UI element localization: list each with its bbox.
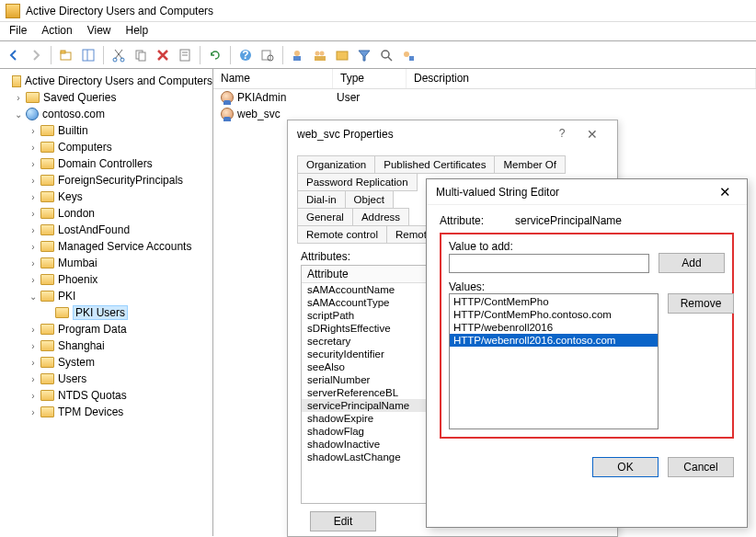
tab-dialin[interactable]: Dial-in (297, 190, 346, 209)
ad-root-icon (12, 75, 21, 87)
tree-london[interactable]: ›London (0, 205, 212, 222)
values-label: Values: (449, 280, 725, 293)
column-headers: Name Type Description (213, 69, 756, 89)
extra-icon[interactable] (398, 45, 418, 65)
new-ou-icon[interactable] (332, 45, 352, 65)
svg-point-17 (315, 51, 320, 55)
cancel-button[interactable]: Cancel (668, 457, 734, 477)
col-description[interactable]: Description (407, 69, 756, 88)
refresh-icon[interactable] (205, 45, 225, 65)
help-icon[interactable]: ? (553, 127, 571, 142)
tab-object[interactable]: Object (345, 190, 394, 209)
folder-icon (40, 224, 54, 235)
tab-published-certificates[interactable]: Published Certificates (374, 155, 495, 174)
help-icon[interactable]: ? (235, 45, 256, 65)
tree-phoenix[interactable]: ›Phoenix (0, 271, 212, 288)
tree-builtin[interactable]: ›Builtin (0, 122, 212, 139)
window-title: Active Directory Users and Computers (26, 5, 213, 17)
menu-help[interactable]: Help (126, 24, 149, 37)
tree-users[interactable]: ›Users (0, 371, 212, 387)
new-group-icon[interactable] (310, 45, 330, 65)
values-listbox[interactable]: HTTP/ContMemPho HTTP/ContMemPho.contoso.… (449, 293, 659, 429)
folder-icon (40, 142, 54, 153)
tree-tpm[interactable]: ›TPM Devices (0, 404, 212, 420)
svg-rect-16 (293, 56, 301, 61)
edit-button[interactable]: Edit (310, 511, 376, 531)
forward-icon (26, 45, 46, 65)
properties-icon[interactable] (175, 45, 195, 65)
tree-pki-users[interactable]: PKI Users (0, 304, 212, 321)
filter-icon[interactable] (354, 45, 374, 65)
value-item[interactable]: HTTP/ContMemPho (450, 295, 658, 308)
svg-rect-1 (61, 51, 65, 53)
tab-organization[interactable]: Organization (297, 155, 375, 174)
svg-point-15 (294, 51, 300, 56)
tab-general[interactable]: General (297, 208, 353, 226)
menu-action[interactable]: Action (41, 24, 72, 37)
value-item[interactable]: HTTP/webenroll2016 (450, 321, 658, 334)
menu-view[interactable]: View (87, 24, 111, 37)
tree-saved-queries[interactable]: ›Saved Queries (0, 89, 212, 106)
tree-keys[interactable]: ›Keys (0, 189, 212, 205)
list-item[interactable]: PKIAdmin User (213, 89, 756, 106)
close-icon[interactable]: ✕ (577, 127, 608, 142)
folder-icon (40, 175, 54, 186)
tree-root[interactable]: Active Directory Users and Computers (0, 73, 212, 89)
tab-address[interactable]: Address (352, 208, 409, 226)
up-icon[interactable] (56, 45, 76, 65)
tree-dc[interactable]: ›Domain Controllers (0, 155, 212, 172)
back-icon[interactable] (4, 45, 24, 65)
svg-text:?: ? (242, 49, 248, 62)
multivalue-title: Multi-valued String Editor (436, 186, 559, 199)
copy-icon[interactable] (131, 45, 151, 65)
tree-pki[interactable]: ⌄PKI (0, 288, 212, 304)
svg-point-23 (404, 51, 409, 57)
folder-icon (40, 208, 54, 219)
tab-password-replication[interactable]: Password Replication (297, 173, 418, 191)
value-item-selected[interactable]: HTTP/webenroll2016.contoso.com (450, 334, 658, 347)
attribute-value: servicePrincipalName (515, 214, 622, 227)
close-icon[interactable]: ✕ (712, 184, 738, 200)
tree-lostandfound[interactable]: ›LostAndFound (0, 222, 212, 238)
svg-rect-2 (83, 50, 94, 61)
folder-icon (40, 373, 54, 384)
tab-member-of[interactable]: Member Of (494, 155, 566, 174)
svg-rect-24 (409, 56, 414, 61)
col-name[interactable]: Name (213, 69, 333, 88)
tree-domain[interactable]: ⌄contoso.com (0, 106, 212, 122)
tab-remote-control[interactable]: Remote control (297, 225, 387, 244)
tree-msa[interactable]: ›Managed Service Accounts (0, 238, 212, 255)
folder-icon (40, 390, 54, 401)
search-icon[interactable] (376, 45, 396, 65)
cut-icon[interactable] (109, 45, 129, 65)
folder-icon (40, 324, 54, 335)
value-to-add-input[interactable] (449, 254, 649, 273)
show-pane-icon[interactable] (78, 45, 98, 65)
new-user-icon[interactable] (288, 45, 308, 65)
domain-icon (26, 108, 39, 120)
tree-mumbai[interactable]: ›Mumbai (0, 255, 212, 271)
add-button[interactable]: Add (659, 253, 725, 273)
tree-pane[interactable]: Active Directory Users and Computers ›Sa… (0, 69, 213, 536)
toolbar: ? (0, 41, 756, 69)
tree-fsp[interactable]: ›ForeignSecurityPrincipals (0, 172, 212, 189)
tree-program-data[interactable]: ›Program Data (0, 321, 212, 337)
remove-button[interactable]: Remove (668, 293, 734, 314)
tree-shanghai[interactable]: ›Shanghai (0, 337, 212, 354)
tree-system[interactable]: ›System (0, 354, 212, 371)
folder-icon (40, 291, 54, 302)
ok-button[interactable]: OK (592, 457, 659, 477)
user-icon (221, 91, 234, 104)
delete-icon[interactable] (153, 45, 173, 65)
col-type[interactable]: Type (333, 69, 407, 88)
menu-file[interactable]: File (9, 24, 27, 37)
tree-computers[interactable]: ›Computers (0, 139, 212, 155)
find-icon[interactable] (258, 45, 278, 65)
value-item[interactable]: HTTP/ContMemPho.contoso.com (450, 308, 658, 321)
folder-icon (40, 191, 54, 202)
menu-bar: File Action View Help (0, 22, 756, 41)
folder-icon (40, 357, 54, 368)
folder-icon (26, 92, 40, 103)
tree-ntds[interactable]: ›NTDS Quotas (0, 387, 212, 404)
folder-icon (40, 125, 54, 136)
